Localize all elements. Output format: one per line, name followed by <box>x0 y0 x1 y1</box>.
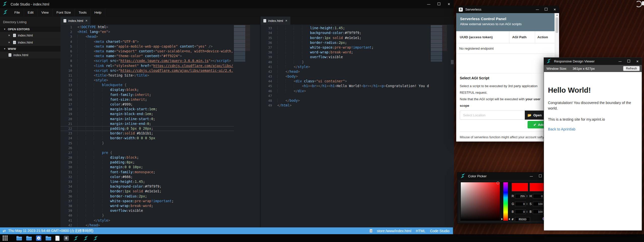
code-line[interactable]: 19 margin-block-end:1em; <box>60 112 234 116</box>
menu-font-size[interactable]: Font Size <box>53 9 75 16</box>
maximize-button[interactable] <box>538 175 542 178</box>
folder-icon[interactable] <box>16 237 22 240</box>
code-line[interactable]: 15 font-family:inherit; <box>60 92 234 97</box>
code-line[interactable]: 39 overflow:visible <box>260 55 429 59</box>
minimize-button[interactable]: — <box>619 60 622 63</box>
sidebar-item-file[interactable]: index.html <box>0 52 60 59</box>
scrollbar-thumb[interactable] <box>451 60 454 64</box>
refresh-button[interactable]: Refresh <box>623 66 640 71</box>
value-input[interactable]: 255 <box>515 194 526 198</box>
value-input[interactable]: 0 <box>515 202 526 206</box>
document-icon[interactable] <box>55 236 59 241</box>
menu-tools[interactable]: Tools <box>75 9 91 16</box>
code-line[interactable]: 27 pre { <box>60 150 234 155</box>
code-line[interactable]: 33 line-height:1.45; <box>60 179 234 184</box>
minimize-button[interactable]: — <box>536 8 539 11</box>
code-line[interactable]: 35 border:1px solid #e1e1e1; <box>260 36 429 40</box>
code-line[interactable]: 20 margin-inline-start:0; <box>60 117 234 121</box>
code-line[interactable]: 41 </style> <box>260 64 429 69</box>
value-input[interactable]: 100 <box>533 210 544 214</box>
code-line[interactable]: 34 background-color:#f9f9f9; <box>60 184 234 189</box>
app-grid-icon[interactable] <box>3 235 8 241</box>
code-line[interactable]: 28 display:block; <box>60 155 234 160</box>
editor-pane-right[interactable]: 32 color:#666;33 line-height:1.45;34 bac… <box>260 25 454 227</box>
code-line[interactable]: 37 white-space:pre-wrap!important; <box>60 199 234 203</box>
code-line[interactable]: 9 <link rel="stylesheet" href="https://c… <box>60 63 234 68</box>
code-line[interactable]: 30 margin:0 0 10px; <box>60 165 234 169</box>
code-line[interactable]: 41 </style> <box>60 218 234 223</box>
hue-slider-thumb-right[interactable] <box>508 218 510 220</box>
code-line[interactable]: 13 blockquote { <box>60 83 234 87</box>
code-line[interactable]: 42 </head> <box>60 223 234 227</box>
sidebar-item-open-editor[interactable]: ✕ index.html <box>0 39 60 46</box>
code-line[interactable]: 32 color:#666; <box>60 175 234 179</box>
code-line[interactable]: 38 word-wrap:break-word; <box>60 203 234 208</box>
code-line[interactable]: 18 margin-block-start:1em; <box>60 107 234 112</box>
folder-icon[interactable] <box>26 237 32 240</box>
hue-slider[interactable] <box>503 182 508 221</box>
tab-index-html[interactable]: index.html ✕ <box>60 17 90 25</box>
value-input[interactable]: 0 <box>515 210 526 214</box>
code-studio-icon[interactable] <box>93 235 98 241</box>
close-icon[interactable]: ✕ <box>85 19 87 22</box>
status-language[interactable]: HTML <box>416 229 425 233</box>
maximize-button[interactable] <box>437 2 441 6</box>
code-line[interactable]: 24 border-width:0 0 0 5px <box>60 136 234 141</box>
sidebar-section-open-editors[interactable]: ▼ OPEN EDITORS <box>0 26 60 32</box>
media-app-icon[interactable] <box>36 235 41 241</box>
code-line[interactable]: 10 <script src="https://cdnjs.cloudflare… <box>60 68 234 73</box>
code-line[interactable]: 11 <title>Testing Site</title> <box>60 73 234 78</box>
code-line[interactable]: 37 white-space:pre-wrap!important; <box>260 45 429 50</box>
code-line[interactable]: 44 <div class="ui container"> <box>260 79 429 84</box>
code-line[interactable]: 1<!DOCTYPE html> <box>60 25 234 29</box>
color-selector-ring[interactable] <box>497 182 499 184</box>
code-line[interactable]: 22 padding:0 5px 0 20px; <box>60 126 234 131</box>
close-icon[interactable]: ✕ <box>8 34 12 37</box>
code-line[interactable]: 2<html lang="en"> <box>60 29 234 34</box>
code-line[interactable]: 36 border-radius:2px; <box>60 194 234 199</box>
minimap[interactable] <box>431 25 450 62</box>
close-button[interactable]: ✕ <box>554 8 556 11</box>
code-line[interactable]: 26 <box>60 146 234 150</box>
code-studio-icon[interactable] <box>83 235 88 241</box>
code-line[interactable]: 48 </body> <box>260 98 429 103</box>
code-line[interactable]: 49</html> <box>260 103 429 108</box>
code-line[interactable]: 40 } <box>60 213 234 218</box>
code-line[interactable]: 4 <meta charset="UTF-8"> <box>60 39 234 44</box>
code-line[interactable]: 25 } <box>60 141 234 146</box>
code-line[interactable]: 21 margin-inline-end:0; <box>60 121 234 126</box>
back-to-aprintlab-link[interactable]: Back to Aprintlab <box>548 127 642 131</box>
code-line[interactable]: 31 font-family:monospace; <box>60 170 234 175</box>
open-button[interactable]: 📂 Open <box>525 111 544 120</box>
hex-input[interactable]: ff0000 <box>515 217 530 222</box>
maximize-button[interactable] <box>627 60 631 63</box>
code-line[interactable]: 36 border-radius:2px; <box>260 40 429 45</box>
code-line[interactable]: 17 color:#999; <box>60 102 234 107</box>
close-icon[interactable]: ✕ <box>8 41 12 44</box>
serverless-app-icon[interactable]: 0 <box>64 236 69 241</box>
minimize-button[interactable]: — <box>426 2 431 6</box>
stepper-arrows-icon[interactable]: ▲▼ <box>526 203 528 205</box>
script-location-input[interactable] <box>460 111 525 120</box>
sidebar-section-www[interactable]: ▼ WWW <box>0 46 60 52</box>
stepper-arrows-icon[interactable]: ▲▼ <box>526 211 528 213</box>
code-line[interactable]: 5 <meta name="apple-mobile-web-app-capab… <box>60 44 234 49</box>
status-file-path[interactable]: store:/www/index.html <box>377 229 411 233</box>
code-line[interactable]: 29 padding:8px; <box>60 160 234 165</box>
saturation-value-field[interactable] <box>461 182 500 221</box>
code-line[interactable]: 8 <script src="https://code.jquery.com/j… <box>60 58 234 63</box>
hue-slider-thumb-left[interactable] <box>501 218 503 220</box>
scrollbar-thumb[interactable] <box>556 17 558 33</box>
code-line[interactable]: 46 </div> <box>260 89 429 93</box>
maximize-button[interactable] <box>544 8 548 11</box>
code-line[interactable]: 35 border:1px solid #e1e1e1; <box>60 189 234 194</box>
stepper-arrows-icon[interactable]: ▲▼ <box>526 195 528 197</box>
code-line[interactable]: 42 </head> <box>260 69 429 74</box>
close-icon[interactable]: ✕ <box>285 19 287 22</box>
code-line[interactable]: 40 } <box>260 60 429 64</box>
editor-pane-left[interactable]: 1<!DOCTYPE html>2<html lang="en">3 <head… <box>60 25 260 227</box>
close-button[interactable]: ✕ <box>636 60 639 63</box>
minimize-button[interactable]: — <box>530 175 533 178</box>
code-line[interactable]: 34 background-color:#f9f9f9; <box>260 30 429 35</box>
code-studio-icon[interactable] <box>73 235 79 241</box>
